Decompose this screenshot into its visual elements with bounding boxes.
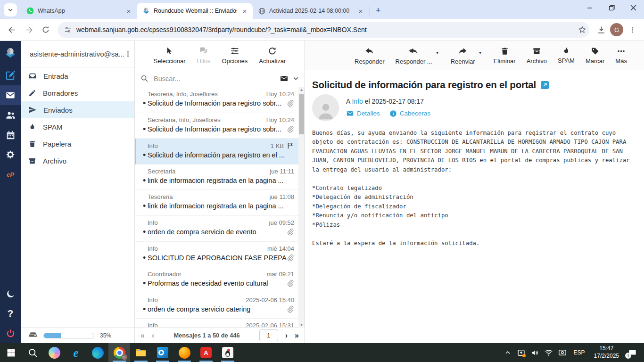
new-tab-button[interactable]: + (371, 3, 385, 17)
tab-actividad[interactable]: Actividad 2025-02-14 08:00:00 × (253, 3, 369, 19)
file-explorer-button[interactable] (130, 343, 152, 362)
search-input[interactable] (153, 74, 275, 83)
message-list-item[interactable]: Tesoreria jue 11:08 • link de informacio… (135, 190, 305, 216)
page-number-input[interactable]: 1 (259, 329, 278, 341)
dropdown-caret-icon[interactable]: ▾ (479, 50, 481, 55)
action-center-button[interactable]: 1 (625, 346, 639, 359)
recipient-link[interactable]: Info (352, 98, 363, 105)
refresh-button[interactable]: Actualizar (259, 47, 286, 65)
tab-close-icon[interactable]: × (240, 7, 249, 15)
browser-menu-button[interactable] (624, 22, 640, 38)
tray-expand-button[interactable] (503, 346, 513, 359)
settings-nav-button[interactable] (0, 145, 21, 165)
delete-button[interactable]: Eliminar (494, 47, 516, 65)
first-page-button[interactable]: « (140, 332, 145, 339)
account-menu-icon[interactable] (124, 50, 132, 58)
tab-whatsapp[interactable]: WhatsApp × (21, 3, 137, 19)
message-list-item[interactable]: Secretaria, Info, Joseflores Hoy 10:24 •… (135, 113, 305, 139)
tab-close-icon[interactable]: × (356, 7, 365, 15)
logout-button[interactable] (0, 323, 21, 343)
chrome-icon: G (114, 347, 125, 359)
clock[interactable]: 15:47 17/2/2025 (591, 345, 622, 360)
edge-button[interactable] (87, 343, 108, 362)
dropdown-caret-icon[interactable]: ▾ (436, 50, 438, 55)
message-list-item[interactable]: Info 1 KB • Solicitud de información par… (135, 139, 305, 165)
message-list-item[interactable]: Info jue 09:52 • orden de compra servici… (135, 216, 305, 242)
calendar-nav-button[interactable] (0, 125, 21, 145)
folder-item-borradores[interactable]: Borradores (21, 84, 134, 101)
minimize-button[interactable] (579, 0, 601, 16)
reply-button[interactable]: Responder (355, 46, 385, 65)
archive-button[interactable]: Archivo (527, 47, 547, 65)
message-row-top: Tesoreria, Info, Joseflores Hoy 10:24 (143, 90, 294, 98)
more-button[interactable]: Más (615, 47, 627, 65)
details-toggle[interactable]: Detalles (346, 109, 380, 117)
message-subject: Proformas de necesidad evento cultural (148, 280, 287, 287)
firefox-button[interactable] (173, 343, 195, 362)
meet-now-icon[interactable] (557, 346, 568, 359)
spam-button[interactable]: SPAM (558, 47, 575, 64)
restore-button[interactable] (601, 0, 622, 16)
message-list-item[interactable]: Tesoreria, Info, Joseflores Hoy 10:24 • … (135, 87, 305, 113)
message-list-item[interactable]: Info 2025-02-06 15:31 • (135, 319, 305, 327)
contacts-nav-button[interactable] (0, 105, 21, 125)
select-button[interactable]: Seleccionar (154, 47, 186, 65)
mark-button[interactable]: Marcar (586, 47, 604, 65)
chrome-button[interactable]: G (108, 343, 130, 362)
close-button[interactable] (622, 0, 644, 16)
tab-search-button[interactable] (4, 3, 17, 16)
message-list-item[interactable]: Info mié 14:04 • SOLICITUD DE APROBACION… (135, 242, 305, 268)
message-list-item[interactable]: Secretaria jue 11:11 • link de informaci… (135, 165, 305, 190)
outlook-button[interactable] (152, 343, 173, 362)
search-scope-mail-icon[interactable] (280, 74, 289, 83)
omnibox[interactable]: webmail.sanjuan.gob.ec/cpsess9100832047/… (58, 22, 589, 38)
message-list-item[interactable]: Coordinador mar 09:21 • Proformas de nec… (135, 267, 305, 293)
start-button[interactable] (0, 343, 22, 362)
next-page-button[interactable]: › (285, 332, 288, 339)
scrollbar-thumb[interactable] (299, 94, 304, 134)
forward-button-mail[interactable]: Reenviar ▾ (451, 46, 475, 65)
folder-item-spam[interactable]: SPAM (21, 118, 134, 135)
tab-close-icon[interactable]: × (124, 7, 133, 15)
folder-item-enviados[interactable]: Enviados (21, 101, 134, 118)
list-scrollbar[interactable]: ▲ ▼ (298, 87, 305, 328)
compose-button[interactable] (0, 66, 21, 85)
subject-row: Solicitud de información para registro e… (305, 70, 644, 91)
threads-button[interactable]: Hilos (197, 46, 211, 65)
scrollbar-up-icon[interactable]: ▲ (298, 87, 305, 92)
wifi-icon[interactable] (544, 346, 554, 359)
folder-item-entrada[interactable]: Entrada (21, 67, 134, 84)
scrollbar-down-icon[interactable]: ▼ (298, 322, 305, 328)
dark-mode-button[interactable] (0, 284, 21, 304)
reload-button[interactable] (38, 22, 54, 38)
cpanel-nav-button[interactable]: cP (0, 165, 21, 184)
profile-avatar[interactable]: G (610, 23, 623, 36)
options-button[interactable]: Opciones (222, 46, 248, 65)
taskbar-search-button[interactable] (22, 343, 43, 362)
back-button[interactable] (4, 22, 20, 38)
last-page-button[interactable]: » (295, 332, 299, 339)
prev-page-button[interactable]: ‹ (152, 332, 154, 339)
language-indicator[interactable]: ESP (571, 349, 588, 356)
tab-roundcube[interactable]: Roundcube Webmail :: Enviados × (137, 3, 253, 19)
tray-app-icon[interactable] (516, 346, 527, 359)
search-options-chevron-icon[interactable] (293, 75, 299, 82)
message-row-top: Info 1 KB (143, 142, 294, 149)
forward-button[interactable] (21, 22, 37, 38)
internet-explorer-button[interactable]: e (65, 343, 87, 362)
message-list-item[interactable]: Info 2025-02-06 15:40 • orden de compra … (135, 293, 305, 319)
url-text[interactable]: webmail.sanjuan.gob.ec/cpsess9100832047/… (76, 26, 573, 33)
acrobat-button[interactable]: A (195, 343, 217, 362)
folder-item-papelera[interactable]: Papelera (21, 135, 134, 152)
downloads-button[interactable] (593, 22, 609, 38)
help-button[interactable]: ? (0, 304, 21, 323)
reply-all-button[interactable]: Responder ... ▾ (396, 46, 432, 65)
open-in-new-window-icon[interactable] (541, 81, 549, 89)
copilot-button[interactable] (43, 343, 65, 362)
folder-item-archivo[interactable]: Archivo (21, 152, 134, 169)
mail-nav-button[interactable] (0, 85, 21, 105)
java-app-button[interactable] (217, 343, 239, 362)
bookmark-star-icon[interactable] (578, 25, 586, 34)
volume-icon[interactable] (530, 346, 540, 359)
headers-toggle[interactable]: Cabeceras (389, 109, 430, 117)
